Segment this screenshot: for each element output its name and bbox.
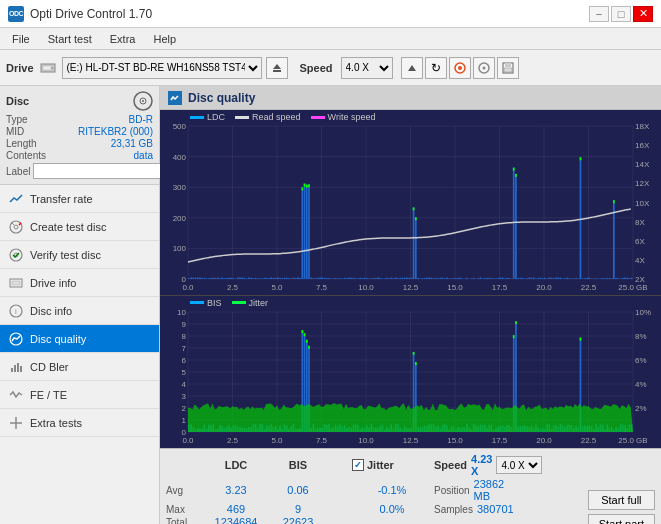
sidebar-item-disc-quality[interactable]: Disc quality (0, 325, 159, 353)
stats-header-row: LDC BIS ✓ Jitter Speed 4.23 X (166, 453, 582, 477)
save-button[interactable] (497, 57, 519, 79)
sidebar-item-verify-test-disc[interactable]: Verify test disc (0, 241, 159, 269)
disc-quality-label: Disc quality (30, 333, 86, 345)
svg-line-18 (12, 223, 14, 225)
disc-quality-icon (8, 331, 24, 347)
disc-section-icon (133, 91, 153, 111)
nav-items: Transfer rate Create test disc Verify te… (0, 185, 159, 524)
speed-col: Speed 4.23 X 4.0 X (434, 453, 504, 477)
cd-bler-label: CD Bler (30, 361, 69, 373)
top-y-left-axis (160, 110, 188, 279)
menu-extra[interactable]: Extra (102, 31, 144, 47)
disc-button[interactable] (473, 57, 495, 79)
svg-point-2 (50, 66, 53, 69)
bottom-chart: BIS Jitter (160, 296, 661, 448)
top-x-axis (188, 281, 633, 295)
start-part-button[interactable]: Start part (588, 514, 655, 524)
ldc-legend: LDC (190, 112, 225, 122)
svg-rect-29 (17, 363, 19, 372)
max-bis: 9 (268, 503, 328, 515)
transfer-rate-icon (8, 191, 24, 207)
drive-label: Drive (6, 62, 34, 74)
sidebar-item-cd-bler[interactable]: CD Bler (0, 353, 159, 381)
app-icon: ODC (8, 6, 24, 22)
svg-point-15 (142, 100, 144, 102)
app-title: Opti Drive Control 1.70 (30, 7, 152, 21)
disc-quality-panel-title: Disc quality (188, 91, 255, 105)
fe-te-label: FE / TE (30, 389, 67, 401)
close-button[interactable]: ✕ (633, 6, 653, 22)
svg-marker-5 (408, 65, 416, 71)
refresh-button[interactable]: ↻ (425, 57, 447, 79)
speed-col-value: 4.23 X (471, 453, 492, 477)
type-label: Type (6, 114, 28, 125)
minimize-button[interactable]: − (589, 6, 609, 22)
speed-col-label: Speed (434, 459, 467, 471)
start-buttons: Start full Start part (582, 453, 655, 524)
max-ldc: 469 (206, 503, 266, 515)
disc-quality-panel-icon (168, 91, 182, 105)
sidebar-item-transfer-rate[interactable]: Transfer rate (0, 185, 159, 213)
stats-ldc-header: LDC (206, 459, 266, 471)
sidebar-item-drive-info[interactable]: Drive info (0, 269, 159, 297)
svg-marker-3 (273, 64, 281, 69)
stats-speed-selector[interactable]: 4.0 X (496, 456, 542, 474)
write-speed-legend-label: Write speed (328, 112, 376, 122)
ldc-color (190, 116, 204, 119)
bis-legend-label: BIS (207, 298, 222, 308)
drive-toolbar: Drive (E:) HL-DT-ST BD-RE WH16NS58 TST4 … (0, 50, 661, 86)
length-value: 23,31 GB (111, 138, 153, 149)
stats-total-row: Total 1234684 22623 (166, 516, 582, 524)
sidebar-item-disc-info[interactable]: i Disc info (0, 297, 159, 325)
window-controls: − □ ✕ (589, 6, 653, 22)
sidebar: Disc Type BD-R MID RITEKBR2 (000) Length… (0, 86, 160, 524)
speed-up-button[interactable] (401, 57, 423, 79)
max-jitter: 0.0% (352, 503, 432, 515)
bis-jitter-chart-canvas (160, 296, 661, 448)
maximize-button[interactable]: □ (611, 6, 631, 22)
drive-section: Drive (E:) HL-DT-ST BD-RE WH16NS58 TST4 … (0, 50, 661, 85)
sidebar-item-create-test-disc[interactable]: Create test disc (0, 213, 159, 241)
ldc-legend-label: LDC (207, 112, 225, 122)
svg-point-9 (482, 66, 485, 69)
bis-legend: BIS (190, 298, 222, 308)
start-full-button[interactable]: Start full (588, 490, 655, 510)
drive-selector[interactable]: (E:) HL-DT-ST BD-RE WH16NS58 TST4 (62, 57, 262, 79)
total-ldc: 1234684 (206, 516, 266, 524)
speed-selector[interactable]: 4.0 X (341, 57, 393, 79)
jitter-checkbox[interactable]: ✓ (352, 459, 364, 471)
bis-color (190, 301, 204, 304)
drive-icon (40, 60, 56, 76)
stats-bar: LDC BIS ✓ Jitter Speed 4.23 X (160, 448, 661, 524)
contents-value: data (134, 150, 153, 161)
stats-bis-header: BIS (268, 459, 328, 471)
burn-button[interactable] (449, 57, 471, 79)
write-speed-legend: Write speed (311, 112, 376, 122)
sidebar-item-fe-te[interactable]: FE / TE (0, 381, 159, 409)
titlebar-left: ODC Opti Drive Control 1.70 (8, 6, 152, 22)
svg-rect-4 (273, 70, 281, 72)
menu-start-test[interactable]: Start test (40, 31, 100, 47)
mid-value: RITEKBR2 (000) (78, 126, 153, 137)
eject-button[interactable] (266, 57, 288, 79)
avg-ldc: 3.23 (206, 484, 266, 496)
right-content: Disc quality LDC Read speed (160, 86, 661, 524)
stats-table: LDC BIS ✓ Jitter Speed 4.23 X (166, 453, 582, 524)
disc-label-input[interactable] (33, 163, 162, 179)
menu-help[interactable]: Help (145, 31, 184, 47)
svg-rect-28 (14, 365, 16, 372)
menu-file[interactable]: File (4, 31, 38, 47)
disc-quality-header: Disc quality (160, 86, 661, 110)
mid-label: MID (6, 126, 24, 137)
svg-point-17 (14, 225, 18, 229)
type-value: BD-R (129, 114, 153, 125)
sidebar-item-extra-tests[interactable]: Extra tests (0, 409, 159, 437)
position-label: Position (434, 485, 470, 496)
label-label: Label (6, 166, 30, 177)
extra-tests-icon (8, 415, 24, 431)
read-speed-legend: Read speed (235, 112, 301, 122)
create-disc-icon (8, 219, 24, 235)
jitter-color (232, 301, 246, 304)
top-chart: LDC Read speed Write speed (160, 110, 661, 296)
verify-disc-label: Verify test disc (30, 249, 101, 261)
